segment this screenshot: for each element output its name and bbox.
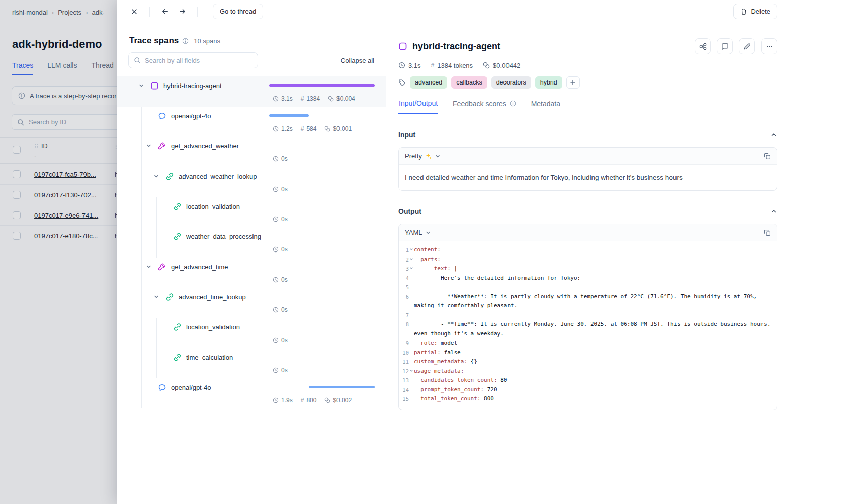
line-number: 6 [401,292,409,311]
clock-icon [273,216,279,222]
delete-button[interactable]: Delete [733,4,777,19]
span-duration: 0s [273,155,288,162]
llm-span-icon [158,383,166,392]
fold-chevron-icon[interactable] [409,245,414,255]
tags-row: advancedcallbacksdecoratorshybrid [398,76,777,89]
expand-chevron-icon[interactable] [152,293,160,301]
tag-advanced[interactable]: advanced [410,76,447,89]
span-duration: 3.1s [273,95,293,102]
tab-metadata[interactable]: Metadata [531,99,561,114]
span-duration: 0s [273,246,288,253]
hash-icon: # [301,397,304,404]
expand-chevron-icon[interactable] [145,263,153,271]
comments-button[interactable] [717,38,733,54]
spans-search-input[interactable] [145,57,252,64]
code-text [414,311,775,320]
edit-button[interactable] [739,38,755,54]
input-format-select[interactable]: Pretty [405,152,441,160]
span-row-weather_data_processing[interactable]: weather_data_processing0s [117,227,386,258]
code-line: 1content: [401,245,775,255]
input-card: Pretty I need detailed weather [398,147,777,191]
code-line: 10partial: false [401,348,775,358]
fold-chevron-icon[interactable] [409,255,414,265]
chevron-down-icon [435,153,441,159]
collapse-input-button[interactable] [770,131,777,138]
next-trace-button[interactable] [175,5,189,19]
spans-count: 10 spans [194,37,220,45]
span-row-time_calculation[interactable]: time_calculation0s [117,348,386,378]
hash-icon: # [301,125,304,132]
tag-callbacks[interactable]: callbacks [451,76,487,89]
expand-chevron-icon[interactable] [152,172,160,180]
clock-icon [273,307,279,313]
span-row-advanced_time_lookup[interactable]: advanced_time_lookup0s [117,288,386,318]
span-row-get_advanced_weather[interactable]: get_advanced_weather0s [117,137,386,167]
span-timeline [269,350,375,364]
output-format-select[interactable]: YAML [405,229,431,236]
chain-span-icon [165,293,174,301]
span-name: weather_data_processing [186,233,261,240]
span-detail-panel: hybrid-tracing-agent [386,23,845,504]
span-duration: 0s [273,276,288,283]
tab-input-output[interactable]: Input/Output [398,99,438,114]
span-row-location_validation[interactable]: location_validation0s [117,197,386,227]
span-name: time_calculation [186,354,233,361]
code-text: - **Weather**: It is partly cloudy with … [414,292,775,311]
line-number: 7 [401,311,409,320]
span-timeline [269,320,375,334]
line-number: 2 [401,255,409,265]
line-number: 8 [401,320,409,339]
go-to-thread-button[interactable]: Go to thread [213,4,263,19]
output-card: YAML 1content:2 parts:3 - text: |-4 Here… [398,224,777,410]
span-row-openai/gpt-4o[interactable]: openai/gpt-4o1.2s#584$0.001 [117,107,386,137]
copy-input-button[interactable] [764,153,771,160]
span-timeline [269,290,375,304]
code-text [414,283,775,292]
agent-span-icon [398,42,407,51]
chain-span-icon [173,202,182,211]
code-line: 7 [401,311,775,320]
span-timeline [269,229,375,243]
code-text: - **Time**: It is currently Monday, June… [414,320,775,339]
collapse-all-button[interactable]: Collapse all [341,57,374,64]
output-code: 1content:2 parts:3 - text: |-4 Here's th… [399,241,777,410]
fold-chevron-icon[interactable] [409,264,414,274]
close-button[interactable] [127,5,141,19]
duration-bar [269,114,309,117]
fold-spacer [409,376,414,385]
span-duration: 0s [273,337,288,344]
fold-spacer [409,339,414,348]
fold-chevron-icon[interactable] [409,367,414,376]
span-duration: 0s [273,367,288,374]
sparkles-icon [425,153,432,159]
span-name: openai/gpt-4o [171,384,211,391]
expand-chevron-icon[interactable] [145,142,153,150]
add-tag-button[interactable] [566,76,580,89]
copy-output-button[interactable] [764,229,771,236]
line-number: 4 [401,274,409,283]
previous-trace-button[interactable] [158,5,172,19]
span-row-get_advanced_time[interactable]: get_advanced_time0s [117,258,386,288]
agent-graph-button[interactable] [695,38,711,54]
code-text: parts: [414,255,775,265]
trace-detail-modal: Go to thread Delete Trace spans 10 spans [117,0,845,504]
collapse-output-button[interactable] [770,208,777,215]
spans-search[interactable] [128,52,258,68]
clock-icon [273,126,279,132]
tag-hybrid[interactable]: hybrid [535,76,562,89]
trace-spans-panel: Trace spans 10 spans Collapse all [117,23,386,504]
span-row-location_validation[interactable]: location_validation0s [117,318,386,348]
span-row-advanced_weather_lookup[interactable]: advanced_weather_lookup0s [117,167,386,197]
expand-chevron-icon[interactable] [137,81,145,90]
chevron-down-icon [425,230,431,236]
tab-feedback-scores[interactable]: Feedback scores [452,99,517,114]
tag-decorators[interactable]: decorators [491,76,531,89]
info-icon [510,100,516,107]
span-row-openai/gpt-4o[interactable]: openai/gpt-4o1.9s#800$0.002 [117,378,386,408]
span-row-hybrid-tracing-agent[interactable]: hybrid-tracing-agent3.1s#1384$0.004 [117,76,386,107]
duration-stat: 3.1s [398,62,421,69]
span-name: location_validation [186,323,240,331]
clock-icon [273,246,279,253]
cost-stat: $0.00442 [483,62,520,69]
more-actions-button[interactable] [761,38,777,54]
